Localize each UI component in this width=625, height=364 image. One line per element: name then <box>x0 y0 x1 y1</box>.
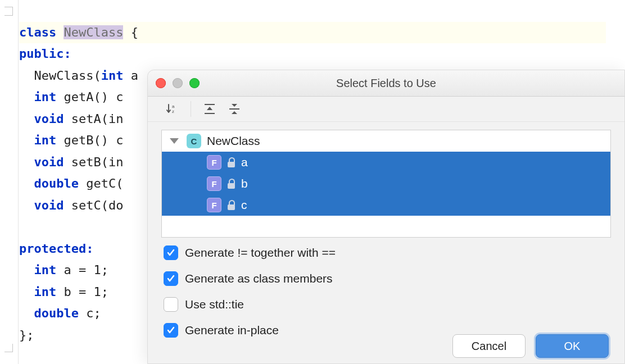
code-kw-protected: protected: <box>19 242 93 256</box>
field-icon: F <box>207 198 221 212</box>
checkbox-as-members[interactable] <box>164 271 178 286</box>
lock-icon <box>227 200 235 210</box>
code-l14-pre <box>19 306 34 320</box>
code-l3-kw: int <box>101 69 124 83</box>
select-fields-dialog: Select Fields to Use a z <box>147 70 625 364</box>
code-l3-pre: NewClass( <box>19 69 101 83</box>
sort-alpha-icon[interactable]: a z <box>165 102 179 116</box>
option-label: Use std::tie <box>185 298 244 311</box>
fields-tree[interactable]: C NewClass F a F b F c <box>161 130 611 238</box>
code-l9-kw: void <box>34 198 64 212</box>
code-l7-pre <box>19 155 34 169</box>
checkbox-in-place[interactable] <box>164 323 178 338</box>
generate-options: Generate != together with == Generate as… <box>164 245 611 338</box>
option-std-tie[interactable]: Use std::tie <box>164 297 611 312</box>
option-as-members[interactable]: Generate as class members <box>164 271 611 286</box>
code-l7-kw: void <box>34 155 64 169</box>
option-label: Generate != together with == <box>185 246 336 260</box>
collapse-all-icon[interactable] <box>227 102 242 116</box>
expand-all-icon[interactable] <box>202 102 217 116</box>
checkbox-not-equal[interactable] <box>164 245 178 260</box>
code-classname: NewClass <box>64 25 123 39</box>
code-l12-pre <box>19 263 34 277</box>
expand-icon[interactable] <box>170 138 179 144</box>
code-l7-rest: setB(in <box>64 155 123 169</box>
window-controls <box>156 78 200 88</box>
tree-class-label: NewClass <box>207 134 260 148</box>
code-l4-kw: int <box>34 90 57 104</box>
code-kw-public: public: <box>19 47 71 61</box>
toolbar-separator <box>191 101 191 117</box>
code-l5-kw: void <box>34 112 64 126</box>
tree-field-label: c <box>241 198 247 212</box>
minimize-icon <box>173 78 183 88</box>
field-icon: F <box>207 176 221 191</box>
code-kw-class: class <box>19 25 56 39</box>
checkbox-std-tie[interactable] <box>164 297 178 312</box>
code-l13-rest: b = 1; <box>56 285 108 299</box>
field-icon: F <box>207 155 221 170</box>
ok-button[interactable]: OK <box>536 334 609 358</box>
code-l8-pre <box>19 176 34 190</box>
code-l9-rest: setC(do <box>64 198 123 212</box>
code-l5-rest: setA(in <box>64 112 123 126</box>
code-l6-kw: int <box>34 133 57 147</box>
dialog-title: Select Fields to Use <box>148 77 624 90</box>
tree-field-row[interactable]: F a <box>162 152 610 173</box>
code-l6-rest: getB() c <box>56 133 123 147</box>
lock-icon <box>227 157 235 167</box>
code-l6-pre <box>19 133 34 147</box>
dialog-toolbar: a z <box>148 97 624 122</box>
code-l9-pre <box>19 198 34 212</box>
code-l13-pre <box>19 285 34 299</box>
code-brace: { <box>123 25 138 39</box>
code-l4-rest: getA() c <box>56 90 123 104</box>
zoom-icon[interactable] <box>189 78 200 88</box>
tree-field-row[interactable]: F b <box>162 173 610 194</box>
lock-icon <box>227 179 235 189</box>
class-icon: C <box>187 134 201 148</box>
code-l8-rest: getC( <box>79 176 123 190</box>
option-label: Generate as class members <box>185 272 333 285</box>
tree-field-label: a <box>241 156 248 169</box>
dialog-titlebar: Select Fields to Use <box>148 70 624 97</box>
code-l13-kw: int <box>34 285 57 299</box>
code-l12-kw: int <box>34 263 57 277</box>
close-icon[interactable] <box>156 78 166 88</box>
code-l14-kw: double <box>34 306 79 320</box>
option-not-equal[interactable]: Generate != together with == <box>164 245 611 260</box>
code-l4-pre <box>19 90 34 104</box>
svg-text:a: a <box>172 104 175 109</box>
code-l5-pre <box>19 112 34 126</box>
svg-text:z: z <box>172 109 174 114</box>
code-l8-kw: double <box>34 176 79 190</box>
cancel-button[interactable]: Cancel <box>452 334 526 358</box>
tree-field-row[interactable]: F c <box>162 194 610 216</box>
code-l12-rest: a = 1; <box>56 263 108 277</box>
code-l14-rest: c; <box>79 306 101 320</box>
tree-field-label: b <box>241 177 248 190</box>
option-label: Generate in-place <box>185 324 279 337</box>
tree-class-row[interactable]: C NewClass <box>162 130 610 152</box>
code-l15: }; <box>19 328 34 342</box>
dialog-buttons: Cancel OK <box>452 334 609 358</box>
